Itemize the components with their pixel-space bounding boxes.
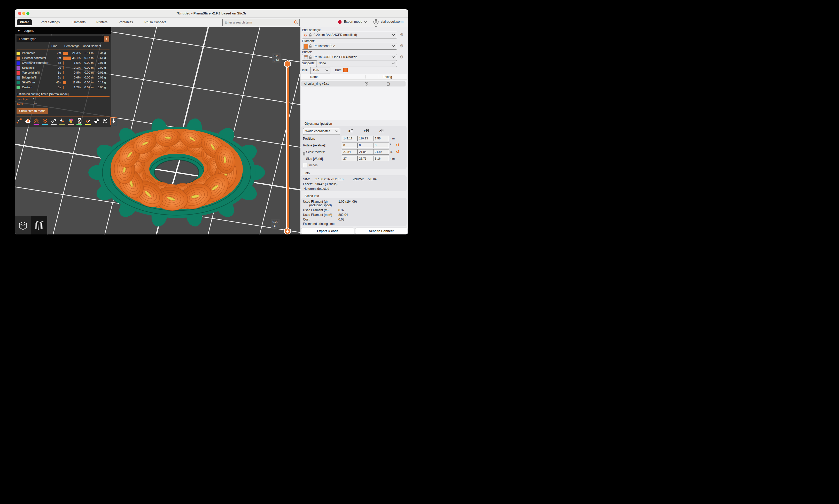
tab-printers[interactable]: Printers (93, 19, 110, 25)
position-z-field[interactable]: 2.58 (373, 136, 389, 141)
info-volume-value: 728.04 (367, 177, 377, 181)
info-size-label: Size: (303, 177, 310, 181)
view-type-value: Feature type (19, 37, 36, 41)
print-settings-dropdown[interactable]: ⚙ 0.20mm BALANCED (modified) (302, 32, 397, 38)
object-list: Name Editing circular_ring v2.stl (300, 74, 407, 120)
mode-selector[interactable]: Expert mode (338, 20, 367, 24)
object-row[interactable]: circular_ring v2.stl (301, 81, 406, 87)
travel-paths-icon[interactable] (17, 118, 22, 125)
tool-marker-icon[interactable] (111, 118, 117, 125)
tab-prusa-connect[interactable]: Prusa Connect (141, 19, 169, 25)
account-menu[interactable]: clairebookworm (373, 19, 408, 28)
filament-m-label: Used Filament (m) (303, 209, 328, 212)
percentage-bar (63, 52, 68, 55)
sliced-model[interactable] (88, 117, 265, 228)
brim-checkbox[interactable]: ✓ (343, 68, 348, 72)
collapse-triangle-icon: ▼ (18, 30, 20, 32)
rotate-label: Rotate (relative): (303, 144, 326, 147)
supports-dropdown[interactable]: None (316, 60, 397, 67)
legend-body: Feature type ▼ Time Percentage Used fila… (15, 34, 111, 127)
editor-view-button[interactable] (15, 216, 31, 234)
percentage-bar (63, 71, 64, 74)
titlebar: *Untitled - PrusaSlicer-2.9.3 based on S… (15, 9, 408, 18)
info-size-value: 27.00 x 26.73 x 5.16 (316, 177, 343, 181)
search-box[interactable] (222, 19, 300, 26)
shells-icon[interactable] (102, 118, 108, 125)
axis-y-header: Y (364, 129, 369, 133)
lock-icon (309, 55, 312, 59)
size-y-field[interactable]: 26.73 (357, 156, 373, 161)
position-x-field[interactable]: 149.17 (342, 136, 357, 141)
feature-swatch (17, 52, 20, 55)
size-z-field[interactable]: 5.16 (373, 156, 389, 161)
dropdown-arrow-icon[interactable]: ▼ (104, 36, 109, 41)
center-of-mass-icon[interactable] (94, 118, 100, 125)
position-y-field[interactable]: 110.13 (357, 136, 373, 141)
legend-row: Solid infill0s0.1%0.00 m0.00 g (17, 66, 109, 71)
export-gcode-button[interactable]: Export G-code (301, 228, 354, 234)
filament-g-label2: (including spool) (309, 203, 332, 207)
layer-slider-upper-handle[interactable] (283, 60, 291, 68)
custom-gcodes-icon[interactable] (85, 118, 91, 125)
rotate-x-field[interactable]: 0 (342, 143, 357, 148)
view-type-dropdown[interactable]: Feature type ▼ (17, 36, 109, 42)
tab-plater[interactable]: Plater (17, 19, 32, 25)
estimated-time-label: Estimated printing time: (303, 222, 335, 226)
scale-y-field[interactable]: 21.84 (357, 149, 373, 155)
chevron-down-icon (392, 34, 395, 36)
sliced-info-title: Sliced Info (305, 194, 319, 198)
preview-view-button[interactable] (31, 216, 47, 234)
edit-object-icon[interactable] (387, 82, 391, 86)
scale-z-field[interactable]: 21.84 (373, 149, 389, 155)
rotate-z-field[interactable]: 0 (373, 143, 389, 148)
rotate-y-field[interactable]: 0 (357, 143, 373, 148)
search-input[interactable] (224, 20, 291, 25)
size-x-field[interactable]: 27 (342, 156, 357, 161)
infill-dropdown[interactable]: 15% (310, 67, 331, 74)
legend-header[interactable]: ▼ Legend (15, 28, 111, 34)
rotate-reset-button[interactable]: ↺ (396, 143, 399, 147)
print-settings-gear-button[interactable]: ⚙ (399, 32, 404, 37)
visibility-eye-icon[interactable] (364, 82, 368, 86)
filament-gear-button[interactable]: ⚙ (399, 43, 404, 49)
chevron-down-icon (392, 62, 395, 65)
supports-value: None (319, 61, 326, 65)
filament-mm3-value: 882.04 (338, 213, 348, 217)
layer-slider-lower-handle[interactable] (283, 227, 291, 234)
coordinates-dropdown[interactable]: World coordinates (303, 128, 340, 135)
print-settings-value: 0.20mm BALANCED (modified) (314, 33, 357, 37)
chevron-down-icon (392, 56, 395, 58)
col-editing: Editing (382, 75, 392, 79)
deretractions-icon[interactable] (42, 118, 48, 125)
inches-checkbox[interactable] (303, 163, 307, 167)
filament-dropdown[interactable]: Prusament PLA (302, 43, 397, 50)
scale-x-field[interactable]: 21.84 (342, 149, 357, 155)
wipe-icon[interactable] (25, 118, 31, 125)
uniform-scale-lock-icon[interactable] (303, 152, 306, 156)
tool-changes-icon[interactable] (59, 118, 65, 125)
color-changes-icon[interactable] (68, 118, 74, 125)
legend-row: External perimeter3m35.1%0.17 m0.51 g (17, 56, 109, 61)
scale-reset-button[interactable]: ↺ (396, 149, 399, 154)
printer-gear-button[interactable]: ⚙ (399, 54, 404, 60)
tab-print-settings[interactable]: Print Settings (37, 19, 63, 25)
3d-viewport[interactable]: ▼ Legend Feature type ▼ Time Percentage … (15, 28, 300, 234)
send-to-connect-button[interactable]: Send to Connect (355, 228, 407, 234)
tab-printables[interactable]: Printables (115, 19, 136, 25)
scale-unit: % (390, 150, 392, 154)
feature-swatch (17, 56, 20, 60)
legend-row: Skirt/Brim48s11.0%0.06 m0.17 g (17, 80, 109, 85)
username: clairebookworm (381, 20, 404, 23)
filament-g-value: 1.09 (194.09) (338, 200, 357, 203)
pause-prints-icon[interactable] (76, 118, 82, 125)
printer-dropdown[interactable]: Prusa CORE One HF0.4 nozzle (302, 54, 397, 61)
layer-slider-track[interactable] (286, 62, 289, 233)
retractions-icon[interactable] (34, 118, 39, 125)
chevron-down-icon (392, 45, 395, 47)
cost-value: 0.03 (338, 218, 344, 221)
tab-filaments[interactable]: Filaments (69, 19, 89, 25)
info-panel: Size: 27.00 x 26.73 x 5.16 Volume: 728.0… (301, 175, 407, 191)
filament-value: Prusament PLA (314, 44, 335, 48)
seams-icon[interactable] (51, 118, 57, 125)
show-stealth-mode-button[interactable]: Show stealth mode (17, 108, 48, 114)
